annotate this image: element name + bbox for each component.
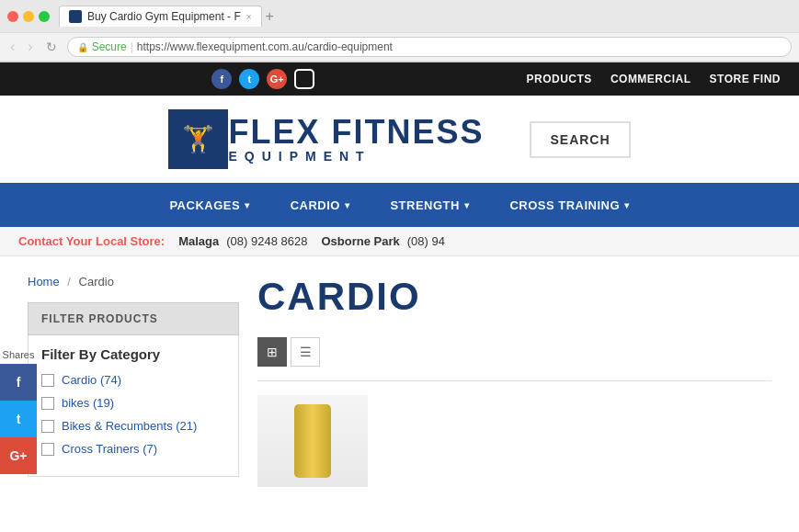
nav-packages-label: PACKAGES [169,198,240,212]
logo-subtitle: EQUIPMENT [228,149,484,164]
nav-cardio-label: CARDIO [291,198,340,212]
filter-item-cardio[interactable]: Cardio (74) [41,373,225,387]
contact-store-malaga: Malaga (08) 9248 8628 [178,234,307,248]
tab-bar: Buy Cardio Gym Equipment - F × + [59,6,274,27]
logo-container[interactable]: 🏋 FLEX FITNESS EQUIPMENT [168,109,484,169]
new-tab-button[interactable]: + [266,8,274,25]
filter-category-title: Filter By Category [41,346,225,362]
filter-checkbox-bikes[interactable] [41,397,54,410]
store-phone-malaga[interactable]: (08) 9248 8628 [226,234,307,248]
address-bar[interactable]: 🔒 Secure | https://www.flexequipment.com… [67,37,792,57]
contact-bar: Contact Your Local Store: Malaga (08) 92… [0,227,799,256]
grid-view-toggle[interactable]: ⊞ [257,337,287,367]
strength-dropdown-icon: ▾ [464,200,470,210]
filter-checkbox-cardio[interactable] [41,374,54,387]
nav-item-cross-training[interactable]: CROSS TRAINING ▾ [489,183,649,227]
facebook-icon[interactable]: f [211,69,232,89]
traffic-lights [7,11,50,22]
filter-label-bikes-recumbents: Bikes & Recumbents (21) [62,419,197,433]
share-facebook-button[interactable]: f [0,364,37,401]
close-window-button[interactable] [7,11,18,22]
minimize-window-button[interactable] [23,11,34,22]
nav-cross-training-label: CROSS TRAINING [509,198,620,212]
packages-dropdown-icon: ▾ [245,200,250,210]
filter-item-bikes-recumbents[interactable]: Bikes & Recumbents (21) [41,419,225,433]
filter-checkbox-cross-trainers[interactable] [41,443,54,456]
refresh-button[interactable]: ↻ [43,40,60,54]
search-button[interactable]: SEARCH [530,121,630,158]
store-name-osborne: Osborne Park [321,234,399,248]
fullscreen-window-button[interactable] [39,11,50,22]
list-view-toggle[interactable]: ☰ [291,337,320,367]
store-phone-osborne[interactable]: (08) 94 [407,234,445,248]
list-view-icon: ☰ [300,345,312,359]
browser-chrome: Buy Cardio Gym Equipment - F × + ‹ › ↻ 🔒… [0,0,799,62]
filter-label-bikes: bikes (19) [62,396,114,410]
filter-label-cross-trainers: Cross Trainers (7) [62,442,157,456]
tab-close-button[interactable]: × [246,12,252,22]
store-name-malaga: Malaga [178,234,219,248]
social-icons: f t G+ [211,69,314,89]
logo-text: FLEX FITNESS EQUIPMENT [228,116,484,164]
products-nav-link[interactable]: PRODUCTS [527,73,592,85]
logo-box: 🏋 [168,109,228,169]
content-area: Home / Cardio FILTER PRODUCTS Filter By … [0,256,799,505]
contact-label: Contact Your Local Store: [18,234,165,248]
twitter-icon[interactable]: t [239,69,259,89]
nav-item-strength[interactable]: STRENGTH ▾ [370,183,489,227]
shares-panel: Shares f t G+ [0,349,37,474]
top-nav-links: PRODUCTS COMMERCIAL STORE FIND [527,73,781,85]
breadcrumb-home[interactable]: Home [28,275,60,289]
title-bar: Buy Cardio Gym Equipment - F × + [0,0,799,32]
secure-text: Secure [92,40,127,53]
cross-training-dropdown-icon: ▾ [624,200,630,210]
search-container: SEARCH [530,121,630,158]
shares-label: Shares [0,349,37,360]
url-text: https://www.flexequipment.com.au/cardio-… [137,40,393,53]
nav-item-packages[interactable]: PACKAGES ▾ [149,183,269,227]
googleplus-icon[interactable]: G+ [267,69,287,89]
logo-figure-icon: 🏋 [182,124,214,154]
browser-tab[interactable]: Buy Cardio Gym Equipment - F × [59,6,262,27]
store-finder-nav-link[interactable]: STORE FIND [710,73,781,85]
page-title: CARDIO [257,275,771,319]
instagram-icon[interactable] [294,69,314,89]
cardio-dropdown-icon: ▾ [345,200,350,210]
breadcrumb-current: Cardio [79,275,114,289]
product-area [257,395,771,487]
nav-bar: ‹ › ↻ 🔒 Secure | https://www.flexequipme… [0,32,799,62]
tab-favicon-icon [69,10,82,23]
filter-header: FILTER PRODUCTS [28,302,239,335]
share-googleplus-button[interactable]: G+ [0,437,37,474]
product-cylinder-shape [294,404,331,478]
share-twitter-button[interactable]: t [0,401,37,437]
top-nav-bar: f t G+ PRODUCTS COMMERCIAL STORE FIND [0,62,799,96]
secure-icon: 🔒 [77,42,88,52]
filter-label-cardio: Cardio (74) [62,373,121,387]
nav-strength-label: STRENGTH [390,198,460,212]
commercial-nav-link[interactable]: COMMERCIAL [611,73,691,85]
filter-item-bikes[interactable]: bikes (19) [41,396,225,410]
main-content: CARDIO ⊞ ☰ [257,275,771,487]
separator: | [131,40,133,53]
breadcrumb: Home / Cardio [28,275,239,289]
site-header: 🏋 FLEX FITNESS EQUIPMENT SEARCH [0,96,799,183]
grid-view-icon: ⊞ [267,345,278,359]
filter-body: Filter By Category Cardio (74) bikes (19… [28,335,239,477]
main-navigation: PACKAGES ▾ CARDIO ▾ STRENGTH ▾ CROSS TRA… [0,183,799,227]
filter-checkbox-bikes-recumbents[interactable] [41,420,54,433]
product-card[interactable] [257,395,368,487]
content-separator [257,380,771,381]
filter-item-cross-trainers[interactable]: Cross Trainers (7) [41,442,225,456]
nav-item-cardio[interactable]: CARDIO ▾ [270,183,371,227]
forward-button[interactable]: › [25,39,35,55]
view-toggles: ⊞ ☰ [257,337,771,367]
sidebar: Home / Cardio FILTER PRODUCTS Filter By … [28,275,239,487]
breadcrumb-separator: / [67,275,71,289]
back-button[interactable]: ‹ [7,39,17,55]
product-image [257,395,368,487]
contact-store-osborne: Osborne Park (08) 94 [321,234,444,248]
logo-brand-name: FLEX FITNESS [228,116,484,149]
tab-title: Buy Cardio Gym Equipment - F [87,10,241,23]
